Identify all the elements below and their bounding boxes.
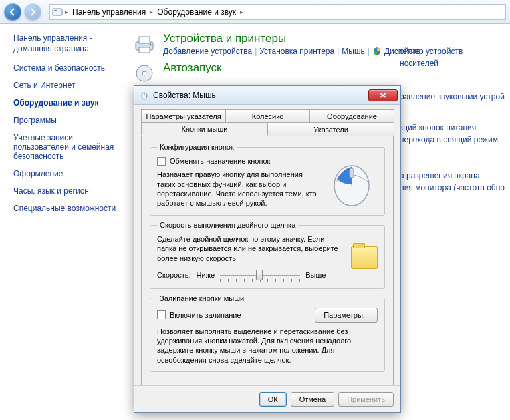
- sidebar: Панель управления - домашняя страница Си…: [0, 24, 127, 420]
- sidebar-item-appearance[interactable]: Оформление: [13, 169, 120, 178]
- control-panel-icon: [50, 7, 65, 17]
- sidebar-item-system[interactable]: Система и безопасность: [13, 63, 120, 73]
- cd-icon: [132, 61, 156, 85]
- shield-icon: [372, 47, 382, 56]
- partial-link[interactable]: равление звуковыми устрой: [400, 92, 505, 101]
- partial-link[interactable]: а разрешения экрана: [400, 171, 505, 180]
- doubleclick-speed-slider[interactable]: [220, 268, 300, 282]
- clicklock-checkbox[interactable]: [157, 310, 166, 319]
- swap-buttons-checkbox[interactable]: [157, 157, 166, 166]
- svg-rect-1: [54, 10, 57, 11]
- svg-rect-0: [53, 9, 62, 15]
- slider-thumb[interactable]: [256, 270, 263, 280]
- tab-pointer-options[interactable]: Параметры указателя: [141, 109, 226, 122]
- test-folder-icon[interactable]: [351, 246, 378, 269]
- speed-high-label: Выше: [305, 271, 326, 279]
- apply-button[interactable]: Применить: [338, 392, 394, 407]
- sidebar-home-link[interactable]: Панель управления - домашняя страница: [13, 33, 120, 54]
- partial-link[interactable]: кций кнопок питания: [400, 123, 498, 132]
- partial-link[interactable]: перехода в спящий режим: [400, 135, 498, 144]
- group-clicklock: Залипание кнопки мыши Включить залипание…: [150, 294, 385, 372]
- tab-wheel[interactable]: Колесико: [225, 109, 310, 122]
- close-button[interactable]: [368, 89, 398, 101]
- cancel-button[interactable]: Отмена: [291, 392, 334, 407]
- group-doubleclick-speed: Скорость выполнения двойного щелчка Сдел…: [150, 221, 385, 289]
- group-speed-legend: Скорость выполнения двойного щелчка: [157, 221, 298, 229]
- tab-buttons[interactable]: Кнопки мыши: [141, 122, 268, 136]
- breadcrumb-part-1[interactable]: Панель управления: [68, 7, 150, 17]
- link-install-printer[interactable]: Установка принтера: [259, 47, 334, 56]
- group-button-config: Конфигурация кнопок Обменять назначение …: [150, 143, 385, 216]
- mouse-icon: [140, 91, 149, 100]
- clicklock-label: Включить залипание: [170, 310, 241, 320]
- nav-forward-button[interactable]: [24, 3, 41, 21]
- sidebar-item-accessibility[interactable]: Специальные возможности: [13, 204, 120, 213]
- mouse-illustration: [326, 156, 378, 208]
- svg-rect-2: [54, 13, 61, 13]
- sidebar-item-hardware[interactable]: Оборудование и звук: [13, 98, 120, 108]
- speed-label: Скорость:: [157, 271, 191, 279]
- group-config-legend: Конфигурация кнопок: [157, 143, 237, 151]
- dialog-titlebar[interactable]: Свойства: Мышь: [134, 86, 400, 105]
- speed-low-label: Ниже: [197, 271, 215, 279]
- dialog-footer: ОК Отмена Применить: [134, 385, 400, 412]
- section-title-autorun: Автозапуск: [163, 61, 505, 75]
- link-add-device[interactable]: Добавление устройства: [163, 47, 252, 56]
- chevron-right-icon: ▸: [240, 9, 243, 15]
- tab-body: Конфигурация кнопок Обменять назначение …: [141, 136, 394, 385]
- sidebar-item-network[interactable]: Сеть и Интернет: [13, 81, 120, 90]
- section-devices: Устройства и принтеры Добавление устройс…: [132, 32, 505, 56]
- ok-button[interactable]: ОК: [259, 392, 287, 407]
- link-mouse[interactable]: Мышь: [342, 47, 365, 56]
- section-title-devices: Устройства и принтеры: [163, 32, 463, 45]
- partial-link[interactable]: ния монитора (частота обно: [400, 183, 505, 192]
- group-lock-legend: Залипание кнопки мыши: [157, 294, 247, 302]
- partial-link[interactable]: ойств: [400, 47, 438, 56]
- dialog-title: Свойства: Мышь: [153, 91, 368, 100]
- svg-rect-5: [139, 47, 150, 53]
- breadcrumb-part-2[interactable]: Оборудование и звук: [153, 7, 240, 17]
- mouse-properties-dialog: Свойства: Мышь Параметры указателя Колес…: [134, 85, 401, 413]
- swap-buttons-desc: Назначает правую кнопку для выполнения т…: [157, 170, 319, 208]
- clicklock-desc: Позволяет выполнять выделение и перетаск…: [157, 327, 378, 365]
- nav-back-button[interactable]: [4, 3, 21, 21]
- svg-rect-4: [139, 37, 150, 43]
- tab-hardware[interactable]: Оборудование: [309, 109, 394, 122]
- address-bar: ▸ Панель управления ▸ Оборудование и зву…: [0, 0, 510, 24]
- printer-icon: [132, 32, 156, 56]
- speed-desc: Сделайте двойной щелчок по этому значку.…: [157, 234, 344, 263]
- section-autorun: Автозапуск: [132, 61, 505, 85]
- sidebar-item-users[interactable]: Учетные записи пользователей и семейная …: [13, 133, 120, 161]
- sidebar-item-programs[interactable]: Программы: [13, 116, 120, 125]
- svg-rect-12: [350, 168, 354, 178]
- svg-point-6: [150, 44, 152, 46]
- breadcrumb[interactable]: ▸ Панель управления ▸ Оборудование и зву…: [49, 4, 506, 20]
- svg-point-8: [142, 71, 146, 75]
- partial-link[interactable]: носителей: [400, 59, 438, 68]
- clicklock-settings-button[interactable]: Параметры...: [315, 308, 378, 323]
- tab-pointers[interactable]: Указатели: [267, 122, 394, 136]
- swap-buttons-label: Обменять назначение кнопок: [170, 156, 270, 166]
- sidebar-item-clock[interactable]: Часы, язык и регион: [13, 186, 120, 196]
